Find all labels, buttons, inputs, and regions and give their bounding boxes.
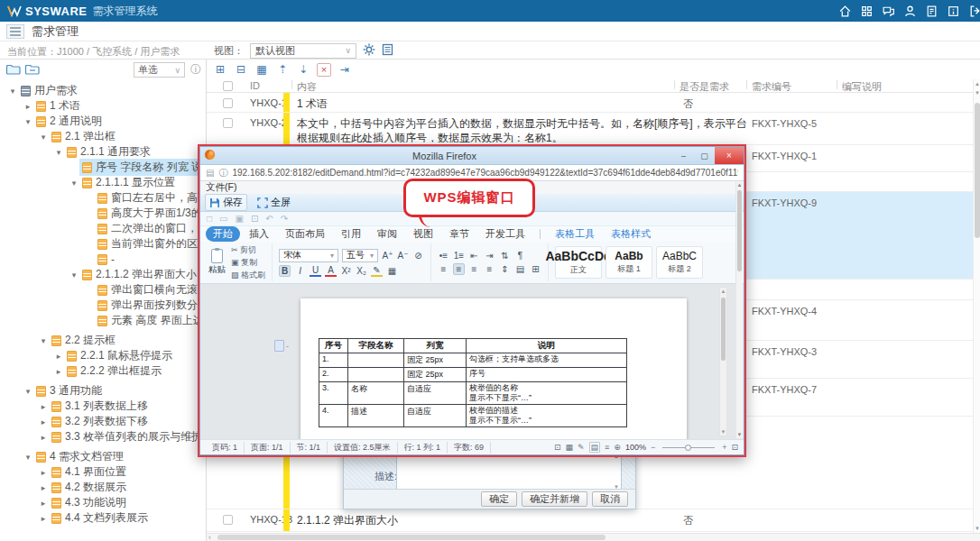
column-header-is-requirement[interactable]: 是否是需求: [680, 80, 729, 94]
expand-rows-icon[interactable]: ⊞: [213, 62, 227, 77]
column-header-id[interactable]: ID: [250, 80, 260, 91]
ribbon-tab[interactable]: 页面布局: [278, 226, 332, 242]
tree-node[interactable]: 2.1.1 通用要求: [0, 144, 206, 160]
ribbon-tab[interactable]: 视图: [406, 226, 440, 242]
tree-node[interactable]: 高度大于界面1/3的窗口，上下居中显.: [0, 206, 206, 221]
table-row[interactable]: YHXQ-13 2.1.1.2 弹出界面大小 否: [207, 509, 980, 532]
row-checkbox[interactable]: [223, 515, 233, 525]
fit-width-icon[interactable]: ⊡: [731, 443, 738, 452]
move-up-icon[interactable]: ⇡: [275, 62, 290, 77]
tree-node[interactable]: -: [0, 252, 206, 267]
tree-toggle-arrow-icon[interactable]: [38, 499, 49, 508]
home-icon[interactable]: [838, 5, 852, 18]
tree-node-body[interactable]: 2.2.2 弹出框提示: [64, 362, 164, 380]
tree-toggle-arrow-icon[interactable]: [38, 483, 49, 492]
tree-node[interactable]: 弹出窗口横向无滚动条，纵向超出最...: [0, 282, 206, 298]
save-button[interactable]: 保存: [205, 194, 247, 211]
tree-node[interactable]: 弹出界面按列数分为四列显示和双列...: [0, 298, 206, 313]
copy-button[interactable]: ▣ 复制: [231, 257, 265, 269]
table-row[interactable]: YHXQ-2 本文中，中括号中内容为平台插入的数据，数据显示时无中括号。如，名称…: [207, 113, 980, 145]
messages-icon[interactable]: [882, 5, 895, 18]
scroll-down-icon[interactable]: ▼: [720, 429, 726, 435]
collapse-all-folder-icon[interactable]: [24, 62, 40, 76]
scrollbar-thumb[interactable]: [721, 298, 726, 361]
tree-toggle-arrow-icon[interactable]: [38, 433, 49, 442]
tree-node-body[interactable]: 3.3 枚举值列表的展示与维护: [49, 428, 205, 445]
column-header-note[interactable]: 编写说明: [842, 80, 882, 94]
tree-node-body[interactable]: 元素 高度 界面上边线 1 标题栏 28 内..: [95, 312, 206, 329]
tree-node[interactable]: 3 通用功能: [0, 383, 206, 399]
font-size-select[interactable]: 五号▾: [342, 249, 378, 262]
maximize-button[interactable]: ▢: [694, 147, 715, 164]
tree-node[interactable]: 1 术语: [0, 98, 206, 114]
notes-icon[interactable]: [925, 5, 938, 18]
grid-horizontal-scrollbar[interactable]: ‹: [207, 533, 980, 541]
format-painter-button[interactable]: ▨ 格式刷: [231, 270, 265, 281]
edit-mode-icon[interactable]: ✎: [578, 443, 585, 452]
scroll-left-icon[interactable]: ‹: [208, 533, 211, 541]
superscript-icon[interactable]: X²: [340, 266, 352, 276]
document-scrollbar[interactable]: ▲ ▼: [719, 287, 727, 436]
logout-icon[interactable]: [968, 5, 980, 18]
style-preset[interactable]: AaBbCcDd 正文: [555, 246, 602, 279]
paragraph-mark-icon[interactable]: ¶: [514, 251, 526, 261]
tree-node-body[interactable]: 4.4 文档列表展示: [49, 509, 151, 527]
document-table[interactable]: 序号 字段名称 列宽 说明 1.: [319, 338, 627, 427]
selection-mode-select[interactable]: 单选 ∨: [134, 62, 185, 78]
zoom-slider-knob[interactable]: [685, 445, 691, 451]
print-icon[interactable]: ⊡: [251, 214, 258, 224]
fit-page-icon[interactable]: ⊡: [554, 443, 561, 452]
tree-node[interactable]: 2.2.1 鼠标悬停提示: [0, 348, 206, 363]
menu-hamburger-icon[interactable]: [6, 24, 24, 39]
ribbon-tab[interactable]: 开始: [206, 226, 240, 242]
bold-icon[interactable]: B: [279, 265, 291, 277]
subscript-icon[interactable]: X₂: [356, 266, 367, 276]
ok-button[interactable]: 确定: [481, 491, 517, 507]
ribbon-context-tab[interactable]: 表格工具: [548, 226, 602, 242]
tree-node[interactable]: 元素 高度 界面上边线 1 标题栏 28 内..: [0, 313, 206, 328]
tree-toggle-arrow-icon[interactable]: [53, 148, 64, 157]
ribbon-tab[interactable]: 引用: [334, 226, 368, 242]
scrollbar-thumb[interactable]: [975, 103, 980, 238]
full-view-icon[interactable]: ⊕: [614, 443, 621, 452]
align-right-icon[interactable]: ≡: [468, 264, 480, 274]
increase-indent-icon[interactable]: ⇥: [484, 251, 495, 261]
underline-icon[interactable]: U: [310, 265, 321, 277]
style-preset[interactable]: AaBbC 标题 2: [656, 246, 703, 279]
style-preset[interactable]: AaBb 标题 1: [606, 246, 652, 279]
italic-icon[interactable]: I: [294, 266, 306, 276]
tree-node[interactable]: 序号 字段名称 列宽 说明 1. 固定25px 勾..: [0, 160, 206, 175]
info-icon[interactable]: [947, 5, 960, 18]
save-doc-icon[interactable]: ▣: [236, 214, 244, 224]
tree-node-body[interactable]: 当前弹出窗外的区域遮罩显示。: [95, 235, 206, 252]
tree-toggle-arrow-icon[interactable]: [38, 133, 49, 142]
web-view-icon[interactable]: ≡: [605, 443, 609, 452]
tree-toggle-arrow-icon[interactable]: [38, 336, 49, 345]
tree-toggle-arrow-icon[interactable]: [38, 417, 49, 426]
align-center-icon[interactable]: ≡: [453, 263, 465, 275]
font-name-select[interactable]: 宋体▾: [279, 249, 338, 262]
apps-grid-icon[interactable]: [860, 5, 874, 18]
clear-format-icon[interactable]: ⊘: [412, 251, 424, 261]
tree-toggle-arrow-icon[interactable]: [69, 270, 79, 280]
column-header-content[interactable]: 内容: [297, 80, 317, 94]
table-config-icon[interactable]: ▦: [254, 62, 269, 77]
table-row[interactable]: YHXQ-1 1 术语 否: [207, 93, 980, 113]
align-left-icon[interactable]: ≡: [438, 264, 449, 274]
tree-node-body[interactable]: -: [95, 252, 117, 267]
zoom-slider[interactable]: [662, 447, 715, 448]
ribbon-tab[interactable]: 插入: [242, 226, 276, 242]
paste-button[interactable]: 粘贴: [208, 249, 226, 276]
tree-node[interactable]: 4 需求文档管理: [0, 449, 206, 464]
font-color-icon[interactable]: A: [325, 265, 337, 277]
close-button[interactable]: ×: [715, 147, 744, 164]
justify-icon[interactable]: ≡: [484, 264, 495, 274]
tree-node[interactable]: 3.2 列表数据下移: [0, 414, 206, 429]
scroll-down-icon[interactable]: ▼: [974, 526, 980, 531]
tree-node[interactable]: 4.2 数据展示: [0, 480, 206, 495]
undo-icon[interactable]: ↶: [265, 214, 273, 224]
expand-all-folder-icon[interactable]: [5, 62, 21, 76]
tree-node[interactable]: 3.3 枚举值列表的展示与维护: [0, 429, 206, 445]
fullscreen-button[interactable]: 全屏: [253, 194, 295, 211]
site-info-icon[interactable]: ⓘ: [218, 167, 227, 179]
